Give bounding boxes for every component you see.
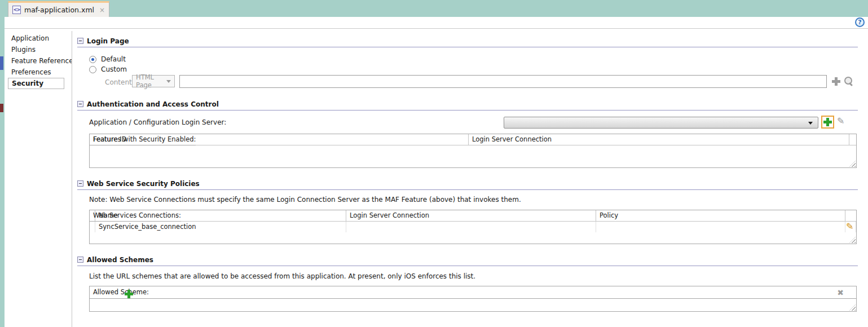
allowed-schemes-description: List the URL schemes that are allowed to… xyxy=(89,272,475,280)
section-header-web-service: Web Service Security Policies xyxy=(77,180,858,190)
allowed-scheme-caption-row: Allowed Scheme: ✖ xyxy=(90,286,856,299)
cell-policy[interactable] xyxy=(596,222,845,232)
delete-scheme-icon[interactable]: ✖ xyxy=(837,288,844,297)
nav-item-security[interactable]: Security xyxy=(8,78,64,89)
section-header-authentication: Authentication and Access Control xyxy=(77,100,858,111)
content-type-value: HTML Page xyxy=(136,73,166,89)
docked-panel-icon-fragment xyxy=(0,56,3,70)
table-row[interactable]: SyncService_base_connection ✎ xyxy=(90,222,856,232)
security-editor-panel: Login Page Default Custom Content: HTML … xyxy=(72,31,868,327)
section-header-allowed-schemes: Allowed Schemes xyxy=(77,256,858,266)
browse-search-icon xyxy=(844,76,854,86)
column-header-login-server-connection[interactable]: Login Server Connection xyxy=(469,134,849,145)
xml-file-icon: <> xyxy=(12,6,21,14)
cell-login-server-connection[interactable] xyxy=(346,222,596,232)
nav-item-application[interactable]: Application xyxy=(8,33,71,44)
add-login-server-button[interactable] xyxy=(821,116,834,129)
table-header-row: Name Login Server Connection Policy xyxy=(90,210,856,222)
toolbar-separator xyxy=(5,28,868,29)
tab-title: maf-application.xml xyxy=(24,6,94,14)
tab-maf-application-xml[interactable]: <> maf-application.xml × xyxy=(8,1,109,17)
nav-item-plugins[interactable]: Plugins xyxy=(8,44,71,55)
scroll-spacer xyxy=(849,134,856,145)
chevron-down-icon xyxy=(166,80,171,83)
features-security-table: Features with Security Enabled: Feature … xyxy=(89,134,857,168)
docked-panel-icon-fragment xyxy=(0,104,3,112)
radio-default[interactable] xyxy=(89,56,96,63)
allowed-schemes-box: Allowed Scheme: ✖ xyxy=(89,286,857,312)
web-services-table: Web Services Connections: Name Login Ser… xyxy=(89,210,857,244)
help-icon[interactable]: ? xyxy=(855,17,865,27)
section-title: Authentication and Access Control xyxy=(87,100,219,108)
section-title: Web Service Security Policies xyxy=(87,180,200,188)
login-server-label: Application / Configuration Login Server… xyxy=(89,118,226,126)
collapse-icon[interactable] xyxy=(77,38,83,44)
window-edge-strip xyxy=(0,0,5,327)
editor-tab-bar xyxy=(0,0,868,17)
table-empty-body[interactable] xyxy=(90,145,856,156)
edit-login-server-icon[interactable]: ✎ xyxy=(837,117,844,126)
radio-custom[interactable] xyxy=(89,66,96,73)
resize-grip[interactable] xyxy=(849,237,856,243)
edit-policy-icon[interactable]: ✎ xyxy=(846,222,853,231)
allowed-scheme-list[interactable] xyxy=(90,299,856,311)
scroll-spacer xyxy=(845,210,856,221)
resize-grip[interactable] xyxy=(849,161,856,167)
plus-icon xyxy=(823,117,832,127)
login-server-combobox[interactable] xyxy=(504,117,818,129)
content-type-dropdown: HTML Page xyxy=(132,75,175,87)
nav-item-feature-references[interactable]: Feature References xyxy=(8,55,71,67)
column-header-login-server-connection[interactable]: Login Server Connection xyxy=(346,210,596,221)
section-header-login-page: Login Page xyxy=(77,37,858,47)
editor-nav-list: Application Plugins Feature References P… xyxy=(8,33,71,89)
radio-custom-label: Custom xyxy=(101,65,127,73)
radio-row-custom[interactable]: Custom xyxy=(89,65,127,74)
column-header-policy[interactable]: Policy xyxy=(596,210,845,221)
table-caption: Features with Security Enabled: xyxy=(90,134,196,145)
table-caption: Web Services Connections: xyxy=(90,210,181,222)
collapse-icon[interactable] xyxy=(77,101,83,107)
section-title: Login Page xyxy=(87,37,129,45)
collapse-icon[interactable] xyxy=(77,257,83,263)
cell-name[interactable]: SyncService_base_connection xyxy=(95,222,346,232)
content-label: Content: xyxy=(105,78,134,86)
radio-default-label: Default xyxy=(101,55,126,63)
tab-close-icon[interactable]: × xyxy=(99,6,105,14)
content-path-input[interactable] xyxy=(179,75,827,88)
nav-item-preferences[interactable]: Preferences xyxy=(8,67,71,78)
web-service-note: Note: Web Service Connections must speci… xyxy=(89,196,521,204)
radio-row-default[interactable]: Default xyxy=(89,55,126,64)
table-header-row: Feature ID Login Server Connection xyxy=(90,134,856,145)
allowed-scheme-label: Allowed Scheme: xyxy=(93,288,149,296)
section-title: Allowed Schemes xyxy=(87,256,153,264)
collapse-icon[interactable] xyxy=(77,180,83,187)
